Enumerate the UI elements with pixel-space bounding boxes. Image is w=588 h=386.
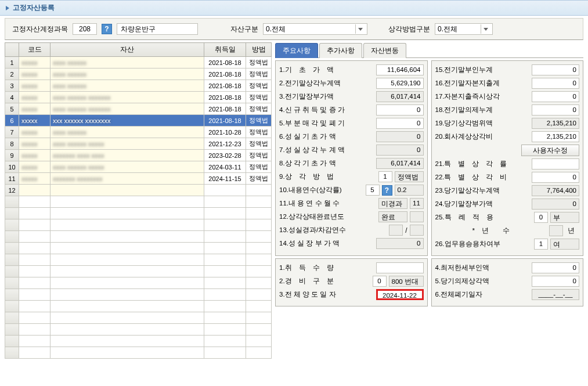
row-code: xxxxx [19,161,50,173]
row-method: 정액법 [246,161,272,173]
filter-bar: 고정자산계정과목 208 ? 자산구분 0.전체 상각방법구분 0.전체 [5,18,583,40]
row-asset: xxxx xxxxxx [50,127,204,138]
months-status: 미경과 [378,198,407,209]
complete-row: 12.상각상태완료년도 완료 [279,211,424,222]
table-row-empty[interactable] [5,254,272,266]
chevron-down-icon [355,24,365,34]
panel-left-fields: 1.기 초 가 액11,646,6042.전기말상각누계액5,629,1903.… [275,60,428,256]
field-value[interactable]: 0 [376,104,424,116]
table-row-empty[interactable] [5,243,272,254]
table-row[interactable]: 7xxxxxxxxx xxxxxx2021-10-28정액법 [5,127,272,138]
field-value[interactable]: 0 [532,78,579,89]
row-date: 2021-10-28 [204,127,246,138]
table-row[interactable]: 3xxxxxxxxx xxxxxx2021-08-18정액법 [5,80,272,92]
special-code[interactable]: 0 [534,212,548,223]
field-value[interactable]: 0 [532,172,579,183]
field-row: 7.성 실 상 각 누 계 액0 [279,145,424,156]
table-row-empty[interactable] [5,347,272,359]
col-code: 코드 [19,43,50,57]
asset-type-select[interactable]: 0.전체 [263,23,367,35]
tab-extra[interactable]: 추가사항 [319,43,362,58]
table-row[interactable]: 9xxxxxxxxxxxx xxxx xxxx2023-02-28정액법 [5,150,272,161]
table-row-empty[interactable] [5,289,272,301]
row-method [246,185,272,196]
table-row[interactable]: 11xxxxxxxxxxxx xxxxxxxx2024-11-15정액법 [5,173,272,185]
table-row[interactable]: 8xxxxxxxxx xxxxxx xxxxx2021-12-23정액법 [5,138,272,150]
field-row: 19.당기상각범위액2,135,210 [435,118,580,129]
book-row: 14.성 실 장 부 가 액 0 [279,238,424,249]
row-number: 7 [5,127,19,138]
field-row: 23.당기말상각누계액7,764,400 [435,185,580,196]
account-name-input[interactable] [117,23,198,35]
biz-code[interactable]: 1 [534,239,548,250]
panel-right-fields: 15.전기말부인누계016.전기말자본지출계017.자본지출즉시상각018.전기… [431,60,584,256]
tab-bar: 주요사항 추가사항 자산변동 [275,42,583,58]
field-value[interactable]: 5,629,190 [376,78,424,89]
row-date: 2021-08-18 [204,92,246,103]
table-row[interactable]: 6xxxxxxxx xxxxxx xxxxxxxx2021-08-18정액법 [5,115,272,127]
transfer-date-input[interactable]: 2024-11-22 [376,289,424,300]
table-row-empty[interactable] [5,324,272,336]
table-row[interactable]: 12 [5,185,272,196]
table-row[interactable]: 4xxxxxxxxx xxxxxx xxxxxxx2021-08-18정액법 [5,92,272,103]
help-life-icon[interactable]: ? [382,185,392,196]
expense-row: 2.경 비 구 분 0 800 번대 [279,276,424,287]
row-code: xxxxx [19,103,50,115]
row-method: 정액법 [246,92,272,103]
panel-bottom-right: 4.최저한세부인액 0 5.당기의제상각액 0 6.전체폐기일자 ____-__… [431,258,584,306]
biz-row: 26.업무용승용차여부 1 여 [435,239,580,250]
row-number: 8 [5,138,19,150]
depr-method-code[interactable]: 1 [378,171,392,182]
asset-table: 코드 자산 취득일 방법 1xxxxxxxxx xxxxxx2021-08-18… [5,42,272,359]
field-value[interactable]: 0 [376,118,424,129]
depr-method-select[interactable]: 0.전체 [435,23,493,35]
help-icon[interactable]: ? [102,24,112,34]
complete-status: 완료 [378,211,407,222]
table-row[interactable]: 1xxxxxxxxx xxxxxx2021-08-18정액법 [5,57,272,68]
row-asset: xxxx xxxxxx [50,57,204,68]
row-date: 2021-08-18 [204,103,246,115]
table-row-empty[interactable] [5,219,272,231]
row-code: xxxxx [19,57,50,68]
row-date: 2021-08-18 [204,57,246,68]
account-label: 고정자산계정과목 [12,24,68,34]
row-date: 2023-02-28 [204,150,246,161]
row-code: xxxxx [19,138,50,150]
field-value[interactable]: 0 [532,91,579,102]
table-row[interactable]: 10xxxxxxxxx xxxxxx xxxxx2024-03-11정액법 [5,161,272,173]
table-row[interactable]: 5xxxxxxxxx xxxxxx xxxxxxx2021-08-18정액법 [5,103,272,115]
life-row: 10.내용연수(상각률) 5 ? 0.2 [279,185,424,196]
row-asset: xxxx xxxxxx xxxxx [50,138,204,150]
curr-depr-input[interactable]: 0 [532,276,579,287]
row-number: 9 [5,150,19,161]
table-row-empty[interactable] [5,301,272,312]
book-value: 0 [376,238,424,249]
disposal-date-input[interactable]: ____-__-__ [532,289,579,300]
row-method: 정액법 [246,138,272,150]
table-row-empty[interactable] [5,336,272,347]
tab-change[interactable]: 자산변동 [363,43,406,58]
table-row-empty[interactable] [5,312,272,324]
table-row-empty[interactable] [5,231,272,243]
page-title: 고정자산등록 [0,0,588,16]
field-value[interactable]: 0 [532,64,579,75]
min-tax-input[interactable]: 0 [532,262,579,273]
table-row[interactable]: 2xxxxxxxxx xxxxxx2021-08-18정액법 [5,68,272,80]
expense-code[interactable]: 0 [373,276,387,287]
row-method: 정액법 [246,68,272,80]
field-value[interactable] [532,158,579,169]
user-edit-button[interactable]: 사용자수정 [521,145,579,156]
qty-input[interactable] [376,262,424,273]
field-value[interactable]: 11,646,604 [376,64,424,75]
row-number: 1 [5,57,19,68]
table-row-empty[interactable] [5,208,272,219]
table-row-empty[interactable] [5,277,272,289]
table-row-empty[interactable] [5,196,272,208]
account-code-input[interactable]: 208 [73,23,97,35]
tab-main[interactable]: 주요사항 [275,43,318,58]
field-value[interactable]: 0 [532,104,579,116]
row-method: 정액법 [246,57,272,68]
table-row-empty[interactable] [5,266,272,277]
life-years[interactable]: 5 [366,185,380,196]
field-value[interactable]: 2,135,210 [532,131,579,142]
